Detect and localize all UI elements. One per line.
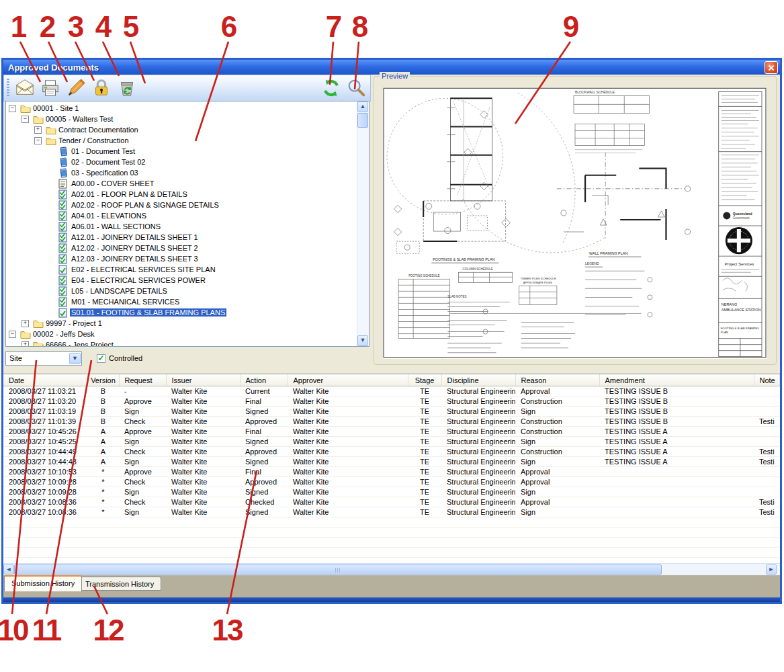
tree-item-label: Contract Documentation [57,126,140,134]
expand-icon[interactable]: + [21,341,29,347]
header-cell[interactable]: Reason [515,374,599,386]
table-row[interactable]: 2008/03/27 10:45:26AApproveWalter KiteFi… [3,427,779,437]
tree-item[interactable]: A06.01 - WALL SECTIONS [6,221,357,232]
header-cell[interactable]: Stage [408,374,441,386]
collapse-icon[interactable]: − [34,137,42,144]
table-row[interactable]: 2008/03/27 10:08:36*CheckWalter KiteChec… [3,497,779,507]
cell [754,427,779,437]
tree-scrollbar[interactable]: ▲ ▼ [357,101,369,346]
cell: Approve [119,467,166,477]
tree-item[interactable]: −00001 - Site 1 [6,103,357,114]
table-row[interactable]: 2008/03/27 10:44:49ACheckWalter KiteAppr… [3,447,779,457]
cell: Construction [515,396,599,407]
header-cell[interactable]: Issuer [166,374,240,386]
edit-button[interactable] [64,77,90,99]
scroll-up-button[interactable]: ▲ [357,101,368,112]
tree-item[interactable]: 03 - Specification 03 [6,167,357,178]
cell: Structural Engineering [441,497,515,507]
cell: Signed [240,407,288,417]
table-row[interactable]: 2008/03/27 10:44:48ASignWalter KiteSigne… [3,457,779,467]
header-cell[interactable]: Note [754,374,779,386]
tree-item[interactable]: +99997 - Project 1 [6,318,357,329]
tree-item[interactable]: 01 - Document Test [6,146,357,157]
header-cell[interactable]: Version [87,374,119,386]
tree-item[interactable]: −Tender / Construction [6,135,357,146]
table-row[interactable]: 2008/03/27 10:45:25ASignWalter KiteSigne… [3,437,779,447]
chevron-left-icon[interactable]: ◄ [3,564,14,575]
table-row[interactable]: 2008/03/27 11:03:20BApproveWalter KiteFi… [3,396,779,407]
tree-scrollbar-thumb[interactable] [357,113,368,128]
table-row[interactable]: 2008/03/27 10:09:28*CheckWalter KiteAppr… [3,477,779,487]
controlled-checkbox[interactable]: ✓ [97,354,105,363]
close-button[interactable] [765,61,778,74]
tree-item[interactable]: 02 - Document Test 02 [6,157,357,167]
tree-item[interactable]: E02 - ELECTRICAL SERVICES SITE PLAN [6,264,357,275]
header-cell[interactable]: Approver [288,374,408,386]
scope-dropdown[interactable]: Site ▼ [5,351,82,366]
table-row[interactable]: 2008/03/27 10:09:28*SignWalter KiteSigne… [3,487,779,497]
search-button[interactable] [345,77,370,99]
tree-item[interactable]: −00005 - Walters Test [6,114,357,124]
tree-item[interactable]: L05 - LANDSCAPE DETAILS [6,286,357,296]
collapse-icon[interactable]: − [9,331,16,338]
email-button[interactable] [13,77,39,99]
cell: TE [408,487,441,497]
collapse-icon[interactable]: − [21,116,29,123]
chevron-right-icon[interactable]: ► [766,564,777,575]
table-row[interactable]: 2008/03/27 10:08:36*SignWalter KiteSigne… [3,507,779,517]
collapse-icon[interactable]: − [9,105,16,112]
empty-cell [515,517,599,528]
table-row[interactable]: 2008/03/27 11:03:19BSignWalter KiteSigne… [3,407,779,417]
lock-button[interactable] [90,77,116,99]
refresh-button[interactable] [319,77,345,99]
header-cell[interactable]: Action [240,374,288,386]
tab-submission-history[interactable]: Submission History [4,575,82,591]
cell: Testi [754,507,779,517]
tree-item[interactable]: A02.02 - ROOF PLAN & SIGNAGE DETAILS [6,200,357,210]
cell: B [87,386,119,396]
header-cell[interactable]: Request [119,374,166,386]
table-row[interactable]: 2008/03/27 11:01:39BCheckWalter KiteAppr… [3,417,779,427]
cell: Sign [119,407,166,417]
controlled-label: Controlled [109,354,142,362]
cell: Approval [515,467,599,477]
table-row[interactable]: 2008/03/27 11:03:21B-Walter KiteCurrentW… [3,386,779,396]
tree-item-label: 01 - Document Test [70,147,136,155]
table-hscrollbar[interactable]: ◄ ► [3,563,780,575]
cell: 2008/03/27 10:08:36 [3,507,87,517]
print-button[interactable] [39,77,64,99]
tree-item[interactable]: A12.01 - JOINERY DETAILS SHEET 1 [6,232,357,243]
preview-group: Preview [374,76,777,365]
table-row[interactable]: 2008/03/27 10:10:53*ApproveWalter KiteFi… [3,467,779,477]
chevron-down-icon[interactable]: ▼ [69,353,81,364]
toolbar-grip[interactable] [7,79,9,97]
tree-item[interactable]: E04 - ELECTRICAL SERVICES POWER [6,275,357,286]
cell: Walter Kite [288,507,408,517]
delete-button[interactable] [116,77,141,99]
expand-icon[interactable]: + [34,126,42,134]
tree-item[interactable]: A02.01 - FLOOR PLAN & DETAILS [6,189,357,200]
tree-item[interactable]: A04.01 - ELEVATIONS [6,210,357,221]
tab-transmission-history[interactable]: Transmission History [78,577,161,591]
table-hscrollbar-thumb[interactable] [14,564,662,575]
tree-item[interactable]: A12.03 - JOINERY DETAILS SHEET 3 [6,253,357,264]
tree-item[interactable]: −00002 - Jeffs Desk [6,329,357,339]
tree-item[interactable]: M01 - MECHANICAL SERVICES [6,296,357,307]
tree-item[interactable]: +Contract Documentation [6,124,357,135]
cell: TESTING ISSUE B [599,396,754,407]
header-cell[interactable]: Amendment [599,374,754,386]
cell: TE [408,386,441,396]
approved-documents-window: Approved Documents −00001 - Site 1−00005… [1,58,782,604]
tree-item[interactable]: A12.02 - JOINERY DETAILS SHEET 2 [6,243,357,253]
scroll-down-button[interactable]: ▼ [357,335,368,346]
tree-item[interactable]: +66666 - Jens Project [6,339,357,347]
header-cell[interactable]: Date [3,374,87,386]
cell: Check [119,477,166,487]
expand-icon[interactable]: + [21,320,29,327]
header-cell[interactable]: Discipline [441,374,515,386]
drawing-preview[interactable]: BLOCKWALL SCHEDULE FOOTINGS & SLAB FRAMI… [383,87,767,359]
submission-history-grid[interactable]: DateVersionRequestIssuerActionApproverSt… [3,374,780,575]
tree-item[interactable]: A00.00 - COVER SHEET [6,178,357,189]
cell: * [87,487,119,497]
tree-item[interactable]: S01.01 - FOOTING & SLAB FRAMING PLANS [6,307,357,318]
